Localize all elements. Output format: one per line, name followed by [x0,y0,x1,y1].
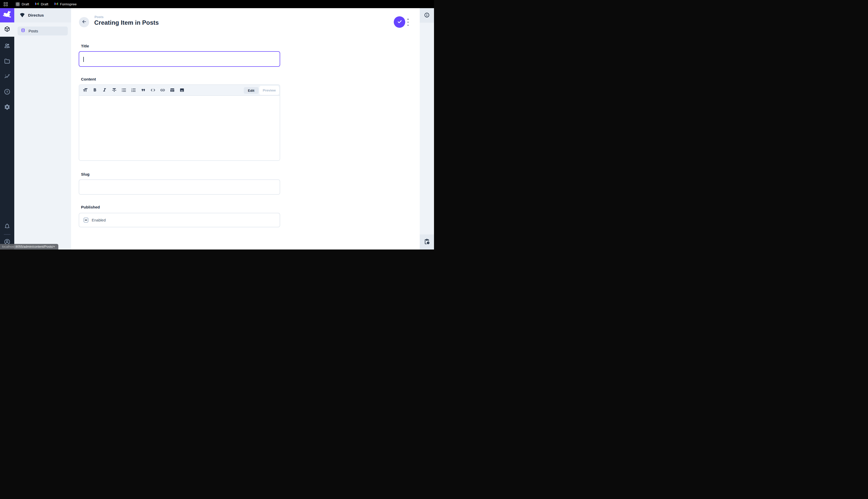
browser-tab-formspree[interactable]: Formspree [54,2,77,7]
published-checkbox[interactable] [84,218,88,222]
title-input[interactable] [79,51,280,67]
module-insights[interactable] [0,70,14,84]
bell-icon [4,223,10,231]
bulleted-list-icon[interactable] [121,87,127,93]
module-content[interactable] [0,22,14,37]
format-size-icon[interactable] [83,87,88,93]
slug-input[interactable] [79,180,280,195]
browser-tab-draft-gmail[interactable]: Draft [35,2,48,7]
box-icon [4,26,10,33]
published-field: Enabled [79,213,280,227]
browser-tab-label: Draft [41,2,48,6]
field-label: Title [81,44,89,48]
back-button[interactable] [79,17,89,27]
directus-logo-button[interactable] [0,8,14,22]
field-label: Content [81,77,96,81]
table-icon[interactable] [169,87,175,93]
check-icon [397,19,403,26]
gmail-icon [35,2,39,7]
save-button[interactable] [394,16,405,28]
editor-edit-button[interactable]: Edit [244,87,259,94]
notifications-button[interactable] [0,220,14,234]
browser-tab-draft-calendar[interactable]: 31 Draft [15,2,29,7]
database-icon [21,28,25,34]
nav-sidebar: Directus Posts [14,8,71,250]
directus-rabbit-icon [2,10,12,20]
wysiwyg-editor: Edit Preview [79,84,280,161]
right-sidebar-rail [420,8,434,250]
numbered-list-icon[interactable] [131,87,136,93]
sidebar-revisions-button[interactable] [420,234,434,250]
editor-toolbar: Edit Preview [79,85,280,96]
clipboard-clock-icon [424,239,430,246]
browser-tab-label: Formspree [60,2,77,6]
google-calendar-icon: 31 [15,2,20,7]
field-label: Published [81,205,100,209]
title-field-label-row: Title [79,44,280,48]
page-title: Creating Item in Posts [94,19,159,26]
bold-icon[interactable] [92,87,98,93]
checkbox-label: Enabled [92,218,106,222]
status-url-prefix: localhost: [2,245,15,248]
sidebar-item-posts[interactable]: Posts [17,26,68,35]
fan-logo-icon [20,12,25,19]
project-chooser[interactable]: Directus [14,8,71,22]
published-field-label-row: Published [79,205,280,209]
link-icon[interactable] [160,87,165,93]
module-bar: ? [0,8,14,250]
settings-icon [4,104,10,111]
arrow-left-icon [81,19,87,25]
strikethrough-icon[interactable] [112,87,117,93]
module-users[interactable] [0,39,14,53]
status-url: 8055/admin/content/Posts/+ [15,245,55,248]
module-help[interactable]: ? [0,85,14,99]
directus-app-window: 31 Draft Draft [0,0,434,250]
insights-icon [4,73,10,81]
help-icon: ? [4,88,10,96]
blockquote-icon[interactable] [141,87,146,93]
breadcrumb[interactable]: Posts [95,15,103,19]
slug-field-label-row: Slug [79,172,280,177]
info-icon [424,12,430,19]
browser-tab-label: Draft [22,2,29,6]
svg-text:31: 31 [17,3,18,5]
module-files[interactable] [0,54,14,69]
gmail-icon [54,2,58,7]
field-label: Slug [81,172,90,177]
editor-body[interactable] [79,96,280,161]
editor-preview-button[interactable]: Preview [259,86,279,95]
image-icon[interactable] [179,87,185,93]
folder-icon [4,58,10,65]
content-field-label-row: Content [79,77,280,82]
svg-text:?: ? [6,90,8,94]
module-bar-divider [4,234,10,235]
module-settings[interactable] [0,100,14,115]
status-bar-link-preview: localhost:8055/admin/content/Posts/+ [0,244,58,250]
sidebar-item-label: Posts [28,29,38,33]
indeterminate-dash-icon [85,220,87,220]
italic-icon[interactable] [102,87,107,93]
kebab-menu-icon[interactable] [407,19,409,26]
tab-grid-icon[interactable] [4,2,8,6]
main-content: Posts Creating Item in Posts Title Conte… [71,8,420,250]
people-icon [4,42,10,50]
sidebar-info-button[interactable] [420,8,434,23]
browser-topbar: 31 Draft Draft [0,0,434,8]
text-caret [83,57,84,62]
project-name: Directus [28,13,44,17]
code-icon[interactable] [150,87,155,93]
